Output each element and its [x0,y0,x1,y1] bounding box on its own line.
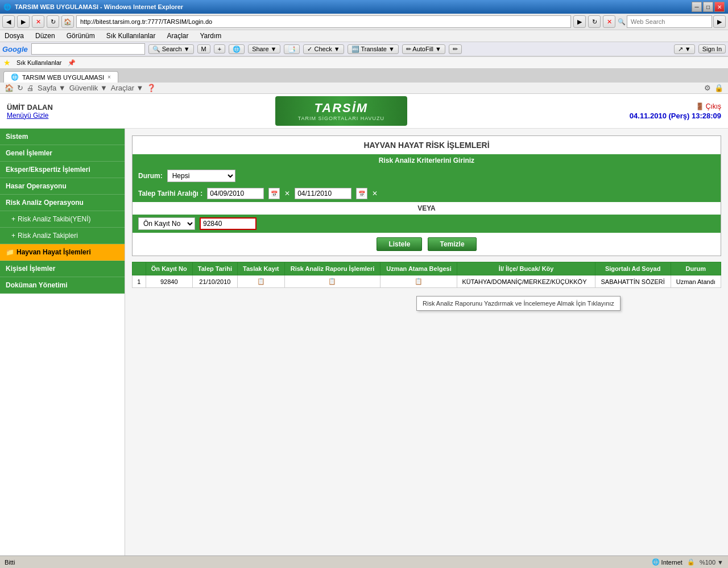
menu-dosya[interactable]: Dosya [2,31,26,40]
col-onkayit: Ön Kayıt No [146,262,192,275]
tools-btn[interactable]: Araçlar ▼ [111,84,144,92]
search-input[interactable] [627,15,712,28]
sidebar-item-genel[interactable]: Genel İşlemler [0,145,125,162]
home-button[interactable]: 🏠 [61,15,74,28]
veya-row: VEYA [133,202,721,215]
share-button[interactable]: Share ▼ [248,44,280,53]
sidebar-item-dokuman[interactable]: Doküman Yönetimi [0,277,125,294]
calendar-end-button[interactable]: 📅 [356,188,367,199]
sidebar-item-sistem[interactable]: Sistem [0,129,125,145]
col-risk: Risk Analiz Raporu İşlemleri [284,262,380,275]
row-il: KÜTAHYA/DOMANİÇ/MERKEZ/KÜÇÜKKÖY [457,275,595,288]
sidebar-item-eksper[interactable]: Eksper/Ekspertiz İşlemleri [0,162,125,178]
security-icon2[interactable]: 🔒 [714,84,723,92]
exit-button[interactable]: 🚪 Çıkış [696,102,721,110]
menu-bar: Dosya Düzen Görünüm Sık Kullanılanlar Ar… [0,30,728,42]
pencil-button[interactable]: ✏ [449,44,462,54]
tooltip-text: Risk Analiz Raporunu Yazdırmak ve İncele… [423,300,614,307]
globe-icon: 🌐 [652,558,660,566]
menu-araclar[interactable]: Araçlar [164,31,191,40]
sidebar-item-hayvan-hayat[interactable]: 📁Hayvan Hayat İşlemleri [0,244,125,261]
arrow-button[interactable]: ↗ ▼ [674,44,695,54]
app-header: ÜMİT DALAN Menüyü Gizle TARSİM TARIM SİG… [0,94,728,129]
tab-icon: 🌐 [11,73,19,81]
tarih-start-input[interactable] [207,188,264,199]
plus-button[interactable]: + [214,44,225,53]
favorites-label[interactable]: Sık Kullanılanlar [16,59,62,66]
sidebar-item-hasar[interactable]: Hasar Operasyonu [0,178,125,195]
exit-icon: 🚪 [696,102,704,110]
row-onkayit: 92840 [146,275,192,288]
sidebar-item-risk-takipleri[interactable]: +Risk Analiz Takipleri [0,228,125,244]
mail-button[interactable]: M [197,44,210,53]
internet-zone: 🌐 Internet [652,558,682,566]
restore-button[interactable]: □ [703,2,713,12]
listele-button[interactable]: Listele [377,237,422,251]
status-text: Bitti [5,559,15,566]
favorites-star: ★ [3,58,11,67]
go-button[interactable]: ▶ [573,15,586,28]
google-search-input[interactable] [31,43,145,55]
sidebar-item-risk-analiz[interactable]: Risk Analiz Operasyonu [0,195,125,211]
minimize-button[interactable]: ─ [692,2,702,12]
search-container: 🔍 ▶ [618,15,726,28]
table-row: 1 92840 21/10/2010 📋 📋 📋 [133,275,721,288]
window-controls: ─ □ ✕ [692,2,725,12]
menu-sik[interactable]: Sık Kullanılanlar [104,31,158,40]
onkayit-type-select[interactable]: Ön Kayıt No Sigortalı Adı [138,217,195,230]
col-taslak: Taslak Kayıt [237,262,284,275]
tarih-end-input[interactable] [295,188,351,199]
autofill-button[interactable]: ✏ AutoFill ▼ [402,44,445,54]
calendar-start-button[interactable]: 📅 [268,188,280,199]
app-container: ÜMİT DALAN Menüyü Gizle TARSİM TARIM SİG… [0,94,728,566]
close-button[interactable]: ✕ [714,2,725,12]
date-time: 04.11.2010 (Perş) 13:28:09 [630,112,721,120]
results-table: Ön Kayıt No Talep Tarihi Taslak Kayıt Ri… [132,262,721,288]
back-button[interactable]: ◀ [2,15,15,28]
col-tarih: Talep Tarihi [192,262,237,275]
address-bar[interactable] [76,15,571,28]
menu-duzen[interactable]: Düzen [33,31,57,40]
durum-select[interactable]: Hepsi Bekliyor Tamamlandı [167,170,235,182]
risk-icon: 📋 [328,278,336,285]
stop-button[interactable]: ✕ [32,15,44,28]
settings-icon[interactable]: ⚙ [704,84,711,92]
tab-tarsim[interactable]: 🌐 TARSIM WEB UYGULAMASI × [3,71,118,83]
print-icon[interactable]: 🖨 [27,84,34,92]
row-risk[interactable]: 📋 [284,275,380,288]
tarsim-logo: TARSİM TARIM SİGORTALARI HAVUZU [275,96,407,126]
menu-toggle[interactable]: Menüyü Gizle [7,112,48,120]
temizle-button[interactable]: Temizle [428,237,476,251]
title-bar: 🌐 TARSIM WEB UYGULAMASI - Windows Intern… [0,0,728,14]
home-icon[interactable]: 🏠 [5,84,14,92]
page-btn[interactable]: Sayfa ▼ [38,84,66,92]
search-go-button[interactable]: ▶ [713,15,726,28]
signin-button[interactable]: Sign In [698,44,726,53]
row-uzman[interactable]: 📋 [380,275,457,288]
web-btn[interactable]: 🌐 [229,44,245,54]
row-taslak[interactable]: 📋 [237,275,284,288]
refresh-btn2[interactable]: ↻ [588,15,601,28]
sidebar-item-risk-takibi[interactable]: +Risk Analiz Takibi(YENİ) [0,211,125,228]
onkayit-input[interactable] [200,217,257,230]
date-end-clear[interactable]: ✕ [372,190,378,197]
menu-gorunum[interactable]: Görünüm [64,31,97,40]
refresh-icon[interactable]: ↻ [17,84,23,92]
security-btn[interactable]: Güvenlik ▼ [69,84,107,92]
forward-button[interactable]: ▶ [17,15,30,28]
row-no: 1 [133,275,146,288]
menu-yardim[interactable]: Yardım [197,31,224,40]
tab-close-button[interactable]: × [107,74,111,80]
onkayit-row: Ön Kayıt No Sigortalı Adı [133,215,721,233]
google-search-button[interactable]: 🔍 Search ▼ [148,44,194,54]
help-btn[interactable]: ❓ [147,84,156,92]
sidebar-item-kisisel[interactable]: Kişisel İşlemler [0,261,125,277]
row-durum: Uzman Atandı [671,275,721,288]
zoom-level[interactable]: %100 ▼ [700,559,723,566]
check-button[interactable]: ✓ Check ▼ [303,44,344,54]
tab-bar: 🌐 TARSIM WEB UYGULAMASI × [0,69,728,83]
translate-button[interactable]: 🔤 Translate ▼ [348,44,399,54]
bookmark-button[interactable]: 📑 [284,44,300,54]
refresh-button[interactable]: ↻ [47,15,59,28]
stop-btn2[interactable]: ✕ [603,15,615,28]
